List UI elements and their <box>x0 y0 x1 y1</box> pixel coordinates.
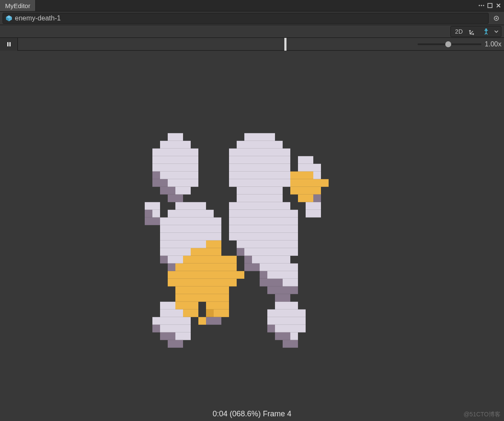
svg-point-1 <box>481 5 482 6</box>
svg-point-2 <box>483 5 484 6</box>
pause-button[interactable] <box>0 38 18 51</box>
timeline[interactable] <box>18 38 406 51</box>
svg-rect-10 <box>7 42 9 46</box>
watermark: @51CTO博客 <box>464 411 501 418</box>
btn-2d-label: 2D <box>455 28 463 35</box>
object-field[interactable]: enemy-death-1 <box>3 13 489 24</box>
svg-point-9 <box>485 29 487 31</box>
playbar: 1.00x <box>0 38 504 51</box>
view-tools-row: 2D <box>0 25 504 38</box>
btn-2d[interactable]: 2D <box>452 27 465 36</box>
person-icon <box>482 28 490 35</box>
picker-icon <box>493 15 500 22</box>
svg-rect-11 <box>9 42 11 46</box>
close-icon[interactable] <box>495 3 501 9</box>
menu-icon[interactable] <box>478 3 484 9</box>
speed-group: 1.00x <box>418 38 501 50</box>
frame-status-text: 0:04 (068.6%) Frame 4 <box>212 410 291 418</box>
svg-rect-3 <box>488 3 492 8</box>
object-row: enemy-death-1 <box>0 11 504 25</box>
tab-myeditor[interactable]: MyEditor <box>0 0 36 11</box>
gizmo-button[interactable] <box>466 27 479 36</box>
person-dropdown[interactable] <box>493 27 499 36</box>
speed-slider-thumb[interactable] <box>445 41 451 47</box>
chevron-down-icon <box>494 29 498 34</box>
window-controls <box>478 0 504 11</box>
tab-bar: MyEditor <box>0 0 504 11</box>
maximize-icon[interactable] <box>487 3 493 9</box>
object-name: enemy-death-1 <box>15 14 61 22</box>
gizmo-icon <box>469 28 476 35</box>
playhead[interactable] <box>284 38 286 51</box>
view-tools-group: 2D <box>450 26 501 37</box>
sprite-preview <box>137 126 367 355</box>
preview-viewport[interactable]: 0:04 (068.6%) Frame 4 @51CTO博客 <box>0 51 504 421</box>
speed-slider[interactable] <box>418 43 481 45</box>
object-picker-button[interactable] <box>491 13 501 23</box>
pause-icon <box>6 41 12 47</box>
cube-icon <box>6 15 12 22</box>
person-button[interactable] <box>480 27 493 36</box>
svg-point-0 <box>479 5 480 6</box>
frame-status: 0:04 (068.6%) Frame 4 <box>0 407 504 421</box>
tab-title: MyEditor <box>5 2 30 9</box>
speed-label: 1.00x <box>485 40 501 48</box>
svg-point-8 <box>495 17 497 19</box>
